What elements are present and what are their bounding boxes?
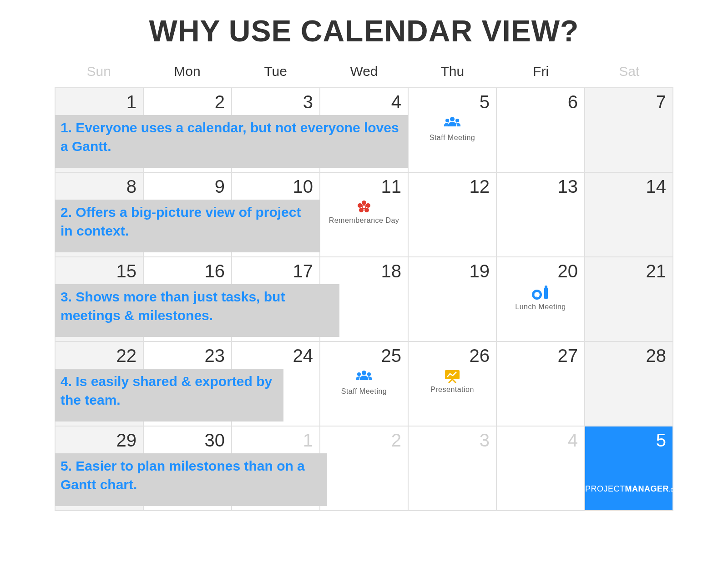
- day-number: 29: [116, 430, 137, 451]
- annotation-1: 1. Everyone uses a calendar, but not eve…: [55, 115, 408, 168]
- day-number: 21: [646, 261, 667, 281]
- annotation-2: 2. Offers a big-picture view of project …: [55, 200, 320, 252]
- page-title: WHY USE CALENDAR VIEW?: [55, 14, 673, 48]
- day-number: 2: [215, 92, 225, 112]
- day-number: 24: [293, 346, 313, 366]
- day-number: 8: [126, 176, 136, 197]
- weekday-header: SunMonTueWedThuFriSat: [55, 61, 673, 82]
- svg-point-9: [363, 206, 365, 208]
- day-number: 3: [303, 92, 313, 112]
- day-number: 17: [293, 261, 313, 281]
- day-number: 20: [558, 261, 578, 281]
- calendar-cell[interactable]: 25Staff Meeting: [320, 341, 408, 426]
- day-number: 28: [646, 346, 667, 366]
- annotation-4: 4. Is easily shared & exported by the te…: [55, 369, 283, 422]
- svg-point-17: [367, 372, 371, 376]
- day-number: 9: [215, 176, 225, 197]
- calendar-cell[interactable]: 11Rememberance Day: [320, 172, 408, 257]
- day-number: 19: [470, 261, 490, 281]
- event-label: Staff Meeting: [320, 387, 408, 396]
- calendar-cell[interactable]: 14: [585, 172, 673, 257]
- day-number: 3: [480, 430, 490, 451]
- calendar-cell[interactable]: 19: [408, 257, 496, 341]
- calendar-cell[interactable]: 5PROJECTMANAGER.com: [585, 426, 673, 511]
- brand-logo: PROJECTMANAGER.com: [585, 484, 672, 494]
- day-number: 1: [303, 430, 313, 451]
- day-number: 23: [205, 346, 225, 366]
- annotation-5: 5. Easier to plan milestones than on a G…: [55, 453, 327, 506]
- calendar-cell[interactable]: 6: [496, 88, 585, 172]
- calendar-cell[interactable]: 2: [320, 426, 408, 511]
- svg-point-15: [362, 371, 366, 375]
- day-number: 12: [470, 176, 490, 197]
- day-number: 2: [391, 430, 401, 451]
- svg-point-16: [357, 372, 361, 376]
- svg-rect-14: [545, 286, 547, 289]
- calendar-event[interactable]: Presentation: [409, 369, 496, 394]
- weekday-label: Thu: [408, 61, 496, 82]
- calendar-event[interactable]: Staff Meeting: [320, 369, 408, 396]
- staff-meeting-icon: [320, 369, 408, 385]
- staff-meeting-icon: [409, 115, 496, 131]
- calendar-cell[interactable]: 3: [408, 426, 496, 511]
- event-label: Lunch Meeting: [497, 303, 584, 311]
- day-number: 5: [480, 92, 490, 112]
- calendar-event[interactable]: Staff Meeting: [409, 115, 496, 142]
- day-number: 1: [126, 92, 136, 112]
- calendar-cell[interactable]: 13: [496, 172, 585, 257]
- day-number: 30: [205, 430, 225, 451]
- calendar-event[interactable]: Rememberance Day: [320, 200, 408, 225]
- calendar-cell[interactable]: 4: [496, 426, 585, 511]
- svg-point-2: [455, 119, 459, 122]
- svg-point-1: [445, 119, 449, 122]
- day-number: 4: [391, 92, 401, 112]
- event-label: Staff Meeting: [409, 134, 496, 142]
- calendar-cell[interactable]: 27: [496, 341, 585, 426]
- weekday-label: Mon: [143, 61, 231, 82]
- day-number: 26: [470, 346, 490, 366]
- svg-point-4: [358, 203, 362, 208]
- svg-point-5: [366, 203, 370, 208]
- svg-point-3: [362, 201, 366, 205]
- calendar-cell[interactable]: 21: [585, 257, 673, 341]
- calendar-cell[interactable]: 7: [585, 88, 673, 172]
- day-number: 27: [558, 346, 578, 366]
- event-label: Presentation: [409, 386, 496, 394]
- day-number: 4: [568, 430, 578, 451]
- weekday-label: Wed: [320, 61, 408, 82]
- weekday-label: Sun: [55, 61, 143, 82]
- event-label: Rememberance Day: [320, 216, 408, 225]
- calendar-cell[interactable]: 12: [408, 172, 496, 257]
- day-number: 10: [293, 176, 313, 197]
- annotation-3: 3. Shows more than just tasks, but meeti…: [55, 284, 339, 337]
- day-number: 15: [116, 261, 137, 281]
- presentation-icon: [409, 369, 496, 383]
- calendar-cell[interactable]: 20Lunch Meeting: [496, 257, 585, 341]
- calendar-event[interactable]: Lunch Meeting: [497, 285, 584, 311]
- day-number: 22: [116, 346, 137, 366]
- day-number: 11: [381, 176, 402, 197]
- day-number: 18: [381, 261, 402, 281]
- calendar-cell[interactable]: 28: [585, 341, 673, 426]
- day-number: 25: [381, 346, 402, 366]
- flower-icon: [320, 200, 408, 214]
- calendar-grid: 1. Everyone uses a calendar, but not eve…: [55, 87, 673, 511]
- weekday-label: Sat: [585, 61, 673, 82]
- day-number: 13: [558, 176, 578, 197]
- day-number: 7: [656, 92, 666, 112]
- calendar-cell[interactable]: 5Staff Meeting: [408, 88, 496, 172]
- weekday-label: Fri: [496, 61, 585, 82]
- svg-point-0: [450, 117, 455, 121]
- calendar-cell[interactable]: 26Presentation: [408, 341, 496, 426]
- day-number: 6: [568, 92, 578, 112]
- weekday-label: Tue: [232, 61, 320, 82]
- lunch-icon: [497, 285, 584, 300]
- day-number: 16: [205, 261, 225, 281]
- day-number: 5: [656, 430, 666, 451]
- day-number: 14: [646, 176, 667, 197]
